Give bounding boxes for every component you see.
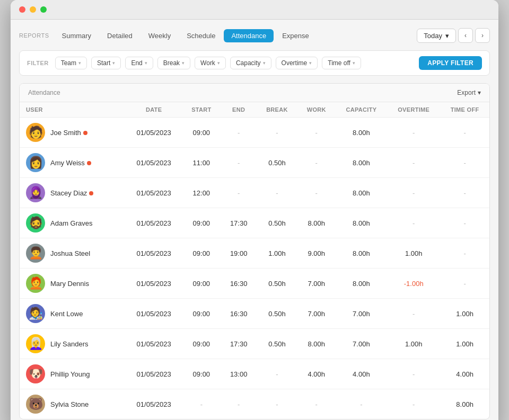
avatar-lily-sanders: 👩‍🦳 <box>26 334 45 353</box>
content-area: REPORTS Summary Detailed Weekly Schedule… <box>11 20 498 420</box>
avatar-joshua-steel: 🧑‍🦱 <box>26 244 45 263</box>
table-header-bar: Attendance Export ▾ <box>20 84 489 102</box>
work-adam-graves: 8.00h <box>297 208 336 238</box>
timeoff-amy-weiss: - <box>440 148 489 178</box>
col-timeoff: TIME OFF <box>440 102 489 118</box>
user-cell-kent-lowe: 🧑‍🎨 Kent Lowe <box>20 299 126 329</box>
capacity-adam-graves: 8.00h <box>336 208 388 238</box>
filter-team[interactable]: Team ▾ <box>55 57 87 69</box>
work-lily-sanders: 8.00h <box>297 329 336 359</box>
table-row: 🧔 Adam Graves 01/05/2023 09:00 17:30 0.5… <box>20 208 489 238</box>
avatar-amy-weiss: 👩 <box>26 153 45 172</box>
timeoff-kent-lowe: 1.00h <box>440 299 489 329</box>
work-stacey-diaz: - <box>297 178 336 208</box>
next-date-button[interactable]: › <box>475 28 490 43</box>
end-joshua-steel: 19:00 <box>221 238 256 269</box>
date-adam-graves: 01/05/2023 <box>126 208 182 238</box>
filter-capacity[interactable]: Capacity ▾ <box>230 57 271 69</box>
break-mary-dennis: 0.50h <box>257 269 297 299</box>
start-joshua-steel: 09:00 <box>182 238 221 269</box>
user-name-lily-sanders: Lily Sanders <box>50 340 89 348</box>
start-lily-sanders: 09:00 <box>182 329 221 359</box>
tab-summary[interactable]: Summary <box>54 29 99 42</box>
title-bar <box>11 0 498 20</box>
table-row: 🧕 Stacey Diaz 01/05/2023 12:00 - - - 8.0… <box>20 178 489 208</box>
date-caret: ▾ <box>445 32 449 40</box>
date-selector[interactable]: Today ▾ <box>417 29 456 43</box>
tab-weekly[interactable]: Weekly <box>141 29 178 42</box>
break-kent-lowe: 0.50h <box>257 299 297 329</box>
date-stacey-diaz: 01/05/2023 <box>126 178 182 208</box>
table-row: 🧑 Joe Smith 01/05/2023 09:00 - - - 8.00h… <box>20 118 489 148</box>
table-row: 🧑‍🦰 Mary Dennis 01/05/2023 09:00 16:30 0… <box>20 269 489 299</box>
col-date: DATE <box>126 102 182 118</box>
timeoff-joe-smith: - <box>440 118 489 148</box>
overtime-lily-sanders: 1.00h <box>387 329 440 359</box>
user-cell-phillip-young: 🐶 Phillip Young <box>20 359 126 389</box>
user-cell-mary-dennis: 🧑‍🦰 Mary Dennis <box>20 269 126 299</box>
user-cell-sylvia-stone: 🐻 Sylvia Stone <box>20 389 126 419</box>
user-name-stacey-diaz: Stacey Diaz <box>50 189 93 197</box>
end-sylvia-stone: - <box>221 389 256 419</box>
capacity-stacey-diaz: 8.00h <box>336 178 388 208</box>
break-lily-sanders: 0.50h <box>257 329 297 359</box>
filter-break[interactable]: Break ▾ <box>157 57 190 69</box>
user-cell-adam-graves: 🧔 Adam Graves <box>20 208 126 238</box>
start-sylvia-stone: - <box>182 389 221 419</box>
user-cell-stacey-diaz: 🧕 Stacey Diaz <box>20 178 126 208</box>
break-adam-graves: 0.50h <box>257 208 297 238</box>
status-dot-stacey-diaz <box>89 191 93 195</box>
date-mary-dennis: 01/05/2023 <box>126 269 182 299</box>
timeoff-phillip-young: 4.00h <box>440 359 489 389</box>
capacity-caret: ▾ <box>263 60 266 66</box>
close-button[interactable] <box>19 6 25 13</box>
top-navigation: REPORTS Summary Detailed Weekly Schedule… <box>19 28 490 43</box>
export-button[interactable]: Export ▾ <box>457 89 481 96</box>
prev-date-button[interactable]: ‹ <box>458 28 473 43</box>
filter-work[interactable]: Work ▾ <box>195 57 226 69</box>
work-joe-smith: - <box>297 118 336 148</box>
avatar-kent-lowe: 🧑‍🎨 <box>26 304 45 323</box>
timeoff-mary-dennis: - <box>440 269 489 299</box>
filter-overtime[interactable]: Overtime ▾ <box>276 57 318 69</box>
col-work: WORK <box>297 102 336 118</box>
filter-timeoff[interactable]: Time off ▾ <box>322 57 361 69</box>
capacity-lily-sanders: 7.00h <box>336 329 388 359</box>
overtime-phillip-young: - <box>387 359 440 389</box>
table-row: 🧑‍🦱 Joshua Steel 01/05/2023 09:00 19:00 … <box>20 238 489 269</box>
nav-tabs-container: REPORTS Summary Detailed Weekly Schedule… <box>19 29 317 42</box>
work-kent-lowe: 7.00h <box>297 299 336 329</box>
main-window: REPORTS Summary Detailed Weekly Schedule… <box>11 0 498 420</box>
capacity-sylvia-stone: - <box>336 389 388 419</box>
maximize-button[interactable] <box>40 6 47 13</box>
overtime-adam-graves: - <box>387 208 440 238</box>
filter-start[interactable]: Start ▾ <box>91 57 121 69</box>
tab-expense[interactable]: Expense <box>275 29 317 42</box>
capacity-amy-weiss: 8.00h <box>336 148 388 178</box>
user-cell-amy-weiss: 👩 Amy Weiss <box>20 148 126 178</box>
end-phillip-young: 13:00 <box>221 359 256 389</box>
tab-detailed[interactable]: Detailed <box>100 29 140 42</box>
user-name-phillip-young: Phillip Young <box>50 370 90 378</box>
col-start: START <box>182 102 221 118</box>
date-kent-lowe: 01/05/2023 <box>126 299 182 329</box>
timeoff-lily-sanders: 1.00h <box>440 329 489 359</box>
date-label: Today <box>424 32 442 40</box>
apply-filter-button[interactable]: APPLY FILTER <box>419 56 482 70</box>
table-section-title: Attendance <box>28 89 60 96</box>
break-phillip-young: - <box>257 359 297 389</box>
overtime-joshua-steel: 1.00h <box>387 238 440 269</box>
avatar-joe-smith: 🧑 <box>26 123 45 142</box>
minimize-button[interactable] <box>30 6 36 13</box>
tab-schedule[interactable]: Schedule <box>179 29 223 42</box>
start-kent-lowe: 09:00 <box>182 299 221 329</box>
tab-attendance[interactable]: Attendance <box>224 29 274 42</box>
filter-end[interactable]: End ▾ <box>125 57 153 69</box>
timeoff-adam-graves: - <box>440 208 489 238</box>
overtime-amy-weiss: - <box>387 148 440 178</box>
start-adam-graves: 09:00 <box>182 208 221 238</box>
col-capacity: CAPACITY <box>336 102 388 118</box>
break-amy-weiss: 0.50h <box>257 148 297 178</box>
overtime-joe-smith: - <box>387 118 440 148</box>
date-sylvia-stone: 01/05/2023 <box>126 389 182 419</box>
